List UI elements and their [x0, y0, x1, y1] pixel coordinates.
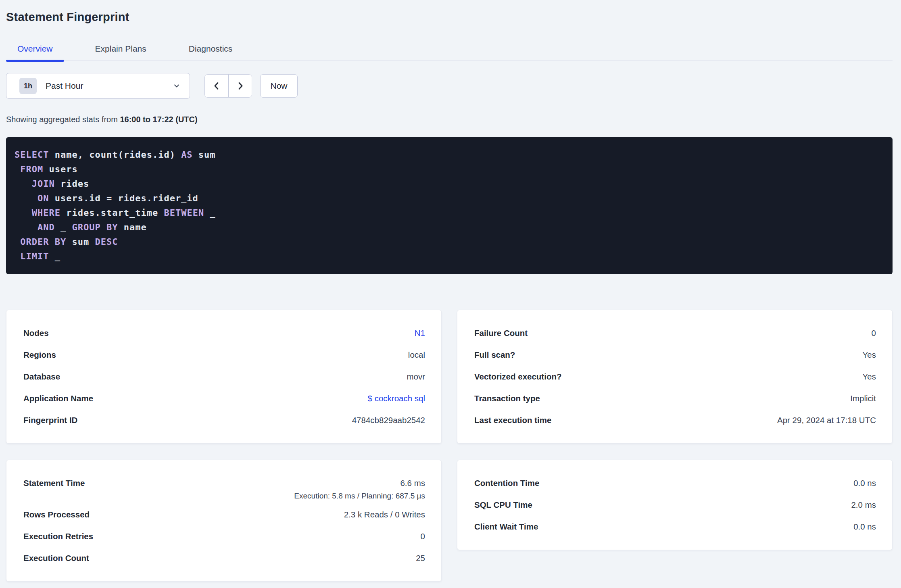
stat-value: 4784cb829aab2542 — [352, 415, 425, 425]
tab-overview-label: Overview — [17, 44, 53, 53]
tab-diagnostics[interactable]: Diagnostics — [177, 43, 244, 60]
stat-row: Databasemovr — [23, 366, 425, 388]
time-range-dropdown[interactable]: 1h Past Hour — [6, 73, 190, 99]
sql-token — [15, 164, 20, 174]
stat-value: Implicit — [850, 394, 876, 403]
sql-token: name, count(rides.id) — [49, 150, 181, 160]
page-title: Statement Fingerprint — [6, 10, 893, 24]
sql-token — [15, 208, 32, 218]
stat-value: movr — [407, 372, 425, 382]
stat-label: Failure Count — [474, 328, 528, 338]
sql-keyword: FROM — [20, 164, 43, 174]
sql-statement-box: SELECT name, count(rides.id) AS sum FROM… — [6, 137, 893, 274]
stat-row: Failure Count0 — [474, 322, 876, 344]
stat-label: Regions — [23, 350, 56, 360]
sql-line: FROM users — [15, 162, 883, 177]
aggregated-stats-note: Showing aggregated stats from 16:00 to 1… — [6, 115, 893, 124]
sql-token — [15, 193, 38, 203]
sql-keyword: BETWEEN — [164, 208, 204, 218]
chevron-down-icon — [173, 82, 181, 90]
statement-stats-card: Statement Time6.6 msExecution: 5.8 ms / … — [6, 460, 442, 582]
stat-row: Client Wait Time0.0 ns — [474, 516, 876, 538]
stats-cards-grid: NodesN1RegionslocalDatabasemovrApplicati… — [6, 310, 893, 582]
stat-row: Contention Time0.0 ns — [474, 472, 876, 494]
stat-label: Execution Count — [23, 553, 89, 563]
sql-token — [15, 237, 20, 247]
stat-subvalue: Execution: 5.8 ms / Planning: 687.5 µs — [23, 491, 425, 504]
stat-label: Rows Processed — [23, 510, 90, 519]
execution-attributes-card: Failure Count0Full scan?YesVectorized ex… — [457, 310, 893, 444]
stat-value: Apr 29, 2024 at 17:18 UTC — [777, 415, 876, 425]
prev-time-button[interactable] — [205, 75, 228, 97]
stat-row: Execution Count25 — [23, 547, 425, 569]
stat-label: Database — [23, 372, 60, 382]
stat-value: 0 — [421, 532, 425, 541]
stat-row: Fingerprint ID4784cb829aab2542 — [23, 409, 425, 431]
sql-keyword: ON — [38, 193, 49, 203]
sql-keyword: AND — [38, 222, 55, 232]
now-button[interactable]: Now — [260, 74, 298, 98]
sql-line: SELECT name, count(rides.id) AS sum — [15, 148, 883, 162]
sql-line: ON users.id = rides.rider_id — [15, 191, 883, 206]
sql-line: ORDER BY sum DESC — [15, 235, 883, 249]
chevron-left-icon — [212, 81, 221, 90]
sql-line: LIMIT _ — [15, 249, 883, 264]
stat-label: Vectorized execution? — [474, 372, 561, 382]
sql-keyword: ORDER BY — [20, 237, 66, 247]
time-stats-card: Contention Time0.0 nsSQL CPU Time2.0 msC… — [457, 460, 893, 550]
sql-keyword: DESC — [95, 237, 118, 247]
stat-row: NodesN1 — [23, 322, 425, 344]
sql-token: _ — [204, 208, 216, 218]
time-range-label: Past Hour — [46, 81, 173, 91]
next-time-button[interactable] — [228, 75, 252, 97]
stat-label: Client Wait Time — [474, 522, 538, 532]
stat-row: Rows Processed2.3 k Reads / 0 Writes — [23, 504, 425, 525]
stat-value-link[interactable]: $ cockroach sql — [368, 394, 425, 403]
sql-token: sum — [66, 237, 95, 247]
sql-line: WHERE rides.start_time BETWEEN _ — [15, 206, 883, 220]
sql-token: _ — [49, 251, 60, 261]
statement-fingerprint-page: Statement Fingerprint Overview Explain P… — [0, 0, 901, 582]
sql-keyword: AS — [181, 150, 193, 160]
stat-row: Last execution timeApr 29, 2024 at 17:18… — [474, 409, 876, 431]
aggregated-stats-note-prefix: Showing aggregated stats from — [6, 115, 120, 124]
sql-token — [15, 222, 38, 232]
time-controls: 1h Past Hour Now — [6, 73, 893, 99]
tab-explain-plans[interactable]: Explain Plans — [84, 43, 158, 60]
overview-details-card: NodesN1RegionslocalDatabasemovrApplicati… — [6, 310, 442, 444]
stat-label: Transaction type — [474, 394, 540, 403]
tab-explain-plans-label: Explain Plans — [95, 44, 146, 53]
sql-keyword: SELECT — [15, 150, 49, 160]
time-nav-button-group — [204, 74, 252, 98]
stat-row: Vectorized execution?Yes — [474, 366, 876, 388]
chevron-right-icon — [236, 81, 245, 90]
sql-keyword: WHERE — [32, 208, 60, 218]
stat-value: Yes — [863, 372, 876, 382]
tab-overview[interactable]: Overview — [6, 43, 64, 60]
sql-keyword: LIMIT — [20, 251, 49, 261]
sql-token: users.id = rides.rider_id — [49, 193, 198, 203]
stat-row: SQL CPU Time2.0 ms — [474, 494, 876, 516]
sql-keyword: JOIN — [32, 179, 55, 189]
stat-label: Application Name — [23, 394, 93, 403]
stat-label: Contention Time — [474, 478, 539, 488]
stat-label: Fingerprint ID — [23, 415, 77, 425]
stat-value: 0 — [872, 328, 876, 338]
stat-value-link[interactable]: N1 — [415, 328, 425, 338]
sql-token: rides.start_time — [60, 208, 164, 218]
sql-token — [15, 179, 32, 189]
sql-token: users — [43, 164, 77, 174]
stat-row: Application Name$ cockroach sql — [23, 388, 425, 409]
stat-label: Full scan? — [474, 350, 515, 360]
time-range-badge: 1h — [19, 78, 37, 94]
tab-bar: Overview Explain Plans Diagnostics — [6, 43, 893, 61]
stat-value: 6.6 ms — [400, 478, 425, 488]
tab-diagnostics-label: Diagnostics — [189, 44, 233, 53]
stat-value: 2.3 k Reads / 0 Writes — [344, 510, 425, 519]
sql-token: name — [118, 222, 146, 232]
sql-token: sum — [193, 150, 216, 160]
stat-label: SQL CPU Time — [474, 500, 532, 510]
stat-value: 0.0 ns — [853, 522, 876, 532]
stat-label: Nodes — [23, 328, 49, 338]
stat-value: 0.0 ns — [853, 478, 876, 488]
